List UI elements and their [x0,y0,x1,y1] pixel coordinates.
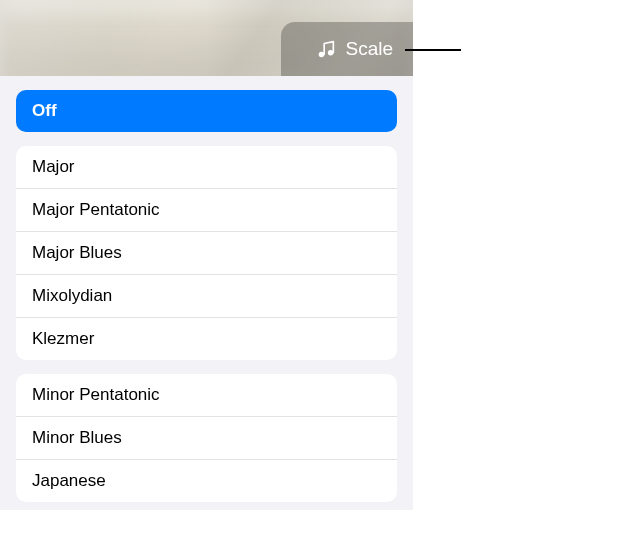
svg-point-0 [319,52,325,58]
scale-off-section: Off [16,90,397,132]
scale-option-label: Off [32,101,57,120]
app-frame: Scale Off Major Major Pentatonic Major B… [0,0,413,510]
scale-option-major-pentatonic[interactable]: Major Pentatonic [16,189,397,232]
scale-option-label: Klezmer [32,329,94,348]
scale-option-minor-blues[interactable]: Minor Blues [16,417,397,460]
scale-option-label: Minor Blues [32,428,122,447]
svg-point-1 [328,50,334,55]
scale-option-label: Japanese [32,471,106,490]
scale-option-label: Mixolydian [32,286,112,305]
callout-line [405,49,461,51]
instrument-header: Scale [0,0,413,76]
music-scale-icon [315,38,337,60]
scale-option-mixolydian[interactable]: Mixolydian [16,275,397,318]
scale-option-klezmer[interactable]: Klezmer [16,318,397,360]
scale-option-label: Minor Pentatonic [32,385,160,404]
scale-option-major-blues[interactable]: Major Blues [16,232,397,275]
scale-option-label: Major Pentatonic [32,200,160,219]
scale-button[interactable]: Scale [281,22,413,76]
scale-minor-section: Minor Pentatonic Minor Blues Japanese [16,374,397,502]
scale-option-off[interactable]: Off [16,90,397,132]
scale-option-minor-pentatonic[interactable]: Minor Pentatonic [16,374,397,417]
scale-list: Off Major Major Pentatonic Major Blues M… [0,76,413,510]
scale-major-section: Major Major Pentatonic Major Blues Mixol… [16,146,397,360]
scale-button-label: Scale [345,38,393,60]
scale-option-major[interactable]: Major [16,146,397,189]
scale-option-japanese[interactable]: Japanese [16,460,397,502]
scale-option-label: Major [32,157,75,176]
scale-option-label: Major Blues [32,243,122,262]
